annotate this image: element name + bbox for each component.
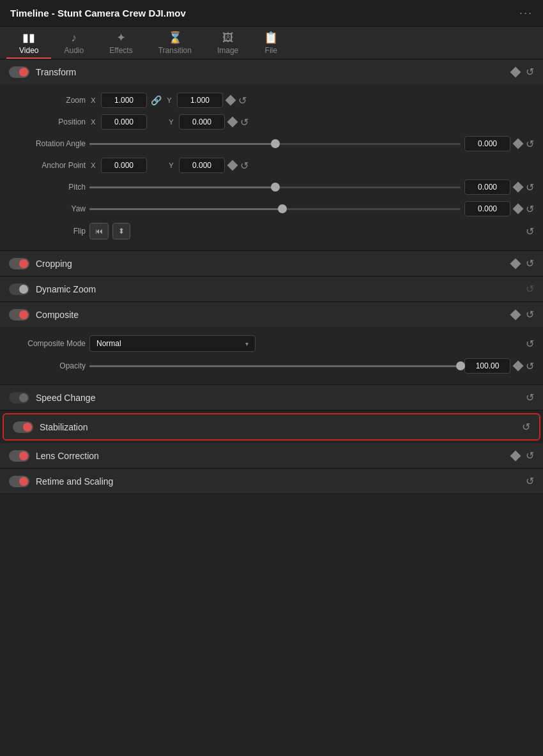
- stabilization-title: Stabilization: [40, 422, 516, 432]
- tab-file-label: File: [265, 46, 277, 55]
- opacity-keyframe-icon[interactable]: [513, 361, 524, 372]
- lens-correction-keyframe-icon[interactable]: [510, 450, 521, 461]
- pitch-row: Pitch ↺: [0, 176, 543, 198]
- zoom-keyframe-icon[interactable]: [226, 95, 236, 106]
- zoom-x-input[interactable]: [101, 93, 147, 108]
- transform-toggle[interactable]: [9, 66, 29, 78]
- opacity-row: Opacity ↺: [0, 355, 543, 377]
- zoom-row: Zoom X 🔗 Y ↺: [0, 89, 543, 111]
- retime-scaling-reset-button[interactable]: ↺: [526, 475, 534, 487]
- anchor-reset-button[interactable]: ↺: [240, 160, 249, 172]
- file-icon: 📋: [264, 32, 278, 43]
- position-y-input[interactable]: [179, 114, 225, 130]
- dynamic-zoom-header: Dynamic Zoom ↺: [0, 276, 543, 301]
- zoom-reset-button[interactable]: ↺: [238, 94, 247, 107]
- yaw-slider[interactable]: [89, 204, 461, 214]
- tab-image[interactable]: 🖼 Image: [204, 27, 251, 59]
- transform-section: Transform ↺ Zoom X 🔗 Y ↺ Posit: [0, 59, 543, 251]
- pitch-reset-button[interactable]: ↺: [526, 181, 534, 193]
- tab-file[interactable]: 📋 File: [251, 27, 291, 59]
- rotation-row: Rotation Angle ↺: [0, 133, 543, 155]
- titlebar: Timeline - Stunt Camera Crew DJI.mov ···: [0, 0, 543, 27]
- position-x-input[interactable]: [101, 114, 147, 130]
- cropping-toggle[interactable]: [9, 258, 29, 269]
- cropping-keyframe-icon[interactable]: [510, 258, 521, 269]
- window-title: Timeline - Stunt Camera Crew DJI.mov: [10, 8, 186, 19]
- anchor-y-label: Y: [167, 162, 175, 169]
- dynamic-zoom-reset-button[interactable]: ↺: [526, 283, 534, 295]
- tab-video-label: Video: [19, 46, 38, 55]
- rotation-input[interactable]: [464, 136, 510, 151]
- speed-change-reset-button[interactable]: ↺: [526, 391, 534, 404]
- composite-mode-dropdown[interactable]: Normal ▾: [89, 335, 256, 352]
- opacity-input[interactable]: [464, 358, 510, 374]
- flip-label: Flip: [9, 227, 86, 236]
- rotation-keyframe-icon[interactable]: [513, 139, 524, 149]
- tab-effects[interactable]: ✦ Effects: [96, 27, 145, 59]
- composite-keyframe-icon[interactable]: [510, 309, 521, 320]
- image-icon: 🖼: [222, 32, 234, 43]
- tab-image-label: Image: [217, 46, 238, 55]
- transform-header: Transform ↺: [0, 59, 543, 84]
- stabilization-header: Stabilization ↺: [3, 413, 540, 441]
- position-reset-button[interactable]: ↺: [240, 116, 249, 128]
- tabbar: ▮▮ Video ♪ Audio ✦ Effects ⌛ Transition …: [0, 27, 543, 59]
- position-row: Position X Y ↺: [0, 111, 543, 133]
- composite-header: Composite ↺: [0, 302, 543, 327]
- yaw-keyframe-icon[interactable]: [513, 204, 524, 215]
- speed-change-header: Speed Change ↺: [0, 385, 543, 410]
- anchor-x-input[interactable]: [101, 158, 147, 173]
- zoom-link-icon[interactable]: 🔗: [151, 95, 162, 105]
- main-window: Timeline - Stunt Camera Crew DJI.mov ···…: [0, 0, 543, 756]
- flip-row: Flip ⏮ ⬍ ↺: [0, 220, 543, 243]
- opacity-slider[interactable]: [89, 361, 461, 371]
- retime-scaling-header: Retime and Scaling ↺: [0, 469, 543, 494]
- flip-reset-button[interactable]: ↺: [526, 225, 534, 238]
- anchor-keyframe-icon[interactable]: [227, 160, 238, 171]
- lens-correction-header: Lens Correction ↺: [0, 443, 543, 468]
- pitch-slider[interactable]: [89, 182, 461, 192]
- composite-reset-button[interactable]: ↺: [526, 308, 534, 321]
- composite-mode-row: Composite Mode Normal ▾ ↺: [0, 332, 543, 355]
- flip-vertical-button[interactable]: ⬍: [112, 223, 130, 239]
- rotation-reset-button[interactable]: ↺: [526, 138, 534, 150]
- transform-title: Transform: [36, 67, 505, 77]
- lens-correction-toggle[interactable]: [9, 450, 29, 462]
- pitch-input[interactable]: [464, 179, 510, 195]
- dynamic-zoom-section: Dynamic Zoom ↺: [0, 276, 543, 302]
- yaw-input[interactable]: [464, 201, 510, 216]
- stabilization-section: Stabilization ↺: [0, 411, 543, 443]
- composite-toggle[interactable]: [9, 309, 29, 321]
- lens-correction-reset-button[interactable]: ↺: [526, 450, 534, 462]
- zoom-y-input[interactable]: [177, 93, 223, 108]
- pitch-keyframe-icon[interactable]: [513, 182, 524, 193]
- stabilization-toggle[interactable]: [13, 421, 33, 433]
- opacity-reset-button[interactable]: ↺: [526, 360, 534, 372]
- tab-transition[interactable]: ⌛ Transition: [146, 27, 204, 59]
- tab-transition-label: Transition: [158, 46, 192, 55]
- tab-video[interactable]: ▮▮ Video: [6, 27, 51, 59]
- transform-reset-button[interactable]: ↺: [526, 66, 534, 78]
- dynamic-zoom-toggle[interactable]: [9, 284, 29, 295]
- transform-keyframe-icon[interactable]: [510, 66, 521, 77]
- zoom-y-label: Y: [165, 96, 173, 104]
- flip-horizontal-button[interactable]: ⏮: [89, 223, 109, 239]
- retime-scaling-toggle[interactable]: [9, 476, 29, 487]
- composite-mode-reset-button[interactable]: ↺: [526, 338, 534, 350]
- position-keyframe-icon[interactable]: [227, 117, 238, 128]
- speed-change-indicator: [9, 392, 29, 404]
- more-options-button[interactable]: ···: [519, 6, 533, 20]
- cropping-reset-button[interactable]: ↺: [526, 257, 534, 269]
- tab-effects-label: Effects: [109, 46, 132, 55]
- tab-audio-label: Audio: [64, 46, 84, 55]
- rotation-label: Rotation Angle: [9, 139, 86, 148]
- transform-body: Zoom X 🔗 Y ↺ Position X Y: [0, 84, 543, 250]
- tab-audio[interactable]: ♪ Audio: [51, 27, 96, 59]
- rotation-slider[interactable]: [89, 139, 461, 149]
- audio-icon: ♪: [71, 32, 77, 43]
- composite-mode-label: Composite Mode: [9, 339, 86, 348]
- anchor-y-input[interactable]: [179, 158, 225, 173]
- composite-section: Composite ↺ Composite Mode Normal ▾ ↺: [0, 302, 543, 385]
- stabilization-reset-button[interactable]: ↺: [522, 421, 530, 433]
- yaw-reset-button[interactable]: ↺: [526, 203, 534, 215]
